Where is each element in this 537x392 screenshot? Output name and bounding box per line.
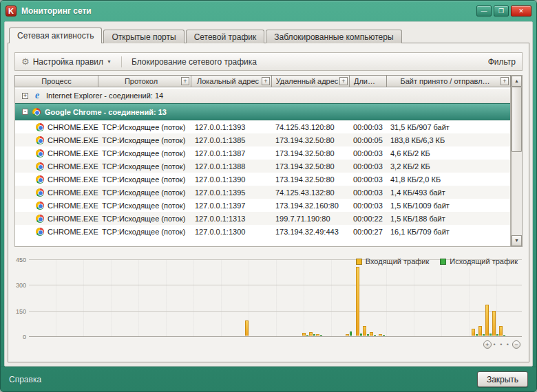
table-row[interactable]: CHROME.EXE TCP:Исходящее (поток) 127.0.0…	[15, 133, 510, 146]
scroll-up-button[interactable]: ▲	[512, 76, 522, 87]
tab-network-traffic[interactable]: Сетевой трафик	[186, 30, 265, 43]
process-name: CHROME.EXE	[48, 136, 98, 144]
cell-process: CHROME.EXE	[15, 202, 99, 210]
cell-protocol: TCP:Исходящее (поток)	[99, 228, 192, 236]
table-row[interactable]: CHROME.EXE TCP:Исходящее (поток) 127.0.0…	[15, 120, 510, 133]
cell-bytes: 31,5 КБ/907 байт	[388, 123, 510, 131]
process-name: CHROME.EXE	[48, 202, 98, 210]
tab-network-activity[interactable]: Сетевая активность	[9, 28, 102, 43]
incoming-traffic-swatch	[356, 259, 362, 265]
help-link[interactable]: Справка	[9, 375, 41, 384]
process-name: CHROME.EXE	[48, 215, 98, 223]
outgoing-traffic-bar	[313, 334, 315, 336]
group-row-internet-explorer[interactable]: + Internet Explorer - соединений: 14	[15, 89, 510, 103]
column-header-protocol[interactable]: Протокол +	[98, 75, 191, 87]
column-expand-icon[interactable]: +	[262, 77, 270, 85]
process-name: CHROME.EXE	[48, 228, 98, 236]
incoming-traffic-bar	[499, 326, 503, 336]
cell-bytes: 16,1 КБ/709 байт	[388, 228, 510, 236]
cell-duration: 00:00:03	[350, 123, 388, 131]
zoom-level-dots[interactable]: • • •	[494, 341, 510, 348]
rules-settings-button[interactable]: ⚙ Настройка правил ▼	[21, 57, 112, 67]
process-name: CHROME.EXE	[48, 188, 98, 197]
filter-button[interactable]: Фильтр	[488, 57, 516, 67]
cell-process: CHROME.EXE	[15, 228, 99, 236]
cell-local-address: 127.0.0.1:1300	[192, 228, 273, 236]
cell-bytes: 4,6 КБ/2 КБ	[388, 149, 510, 157]
cell-process: CHROME.EXE	[15, 215, 99, 223]
incoming-traffic-bar	[302, 333, 306, 336]
cell-duration: 00:00:03	[350, 149, 388, 157]
table-scrollbar[interactable]: ▲ ▼	[511, 75, 523, 247]
scroll-down-button[interactable]: ▼	[512, 235, 522, 246]
cell-local-address: 127.0.0.1:1387	[192, 149, 273, 157]
column-header-bytes[interactable]: Байт принято / отправл… +	[387, 75, 511, 87]
table-row[interactable]: CHROME.EXE TCP:Исходящее (поток) 127.0.0…	[15, 160, 510, 173]
table-row[interactable]: CHROME.EXE TCP:Исходящее (поток) 127.0.0…	[15, 186, 510, 199]
table-row[interactable]: CHROME.EXE TCP:Исходящее (поток) 127.0.0…	[15, 212, 510, 225]
cell-remote-address: 173.194.32.50:80	[273, 149, 350, 157]
outgoing-traffic-bar	[489, 334, 492, 336]
scrollbar-thumb[interactable]	[512, 87, 522, 152]
column-expand-icon[interactable]: +	[501, 77, 509, 85]
expand-plus-icon[interactable]: +	[22, 93, 28, 99]
cell-duration: 00:00:03	[350, 162, 388, 171]
legend-incoming: Входящий трафик	[356, 257, 430, 265]
cell-bytes: 1,5 КБ/188 байт	[388, 215, 510, 223]
column-header-process[interactable]: Процесс	[14, 75, 98, 87]
chrome-icon	[36, 162, 44, 171]
chart-zoom-controls: + • • • −	[483, 340, 520, 349]
chrome-icon	[36, 228, 44, 236]
table-row[interactable]: CHROME.EXE TCP:Исходящее (поток) 127.0.0…	[15, 225, 510, 238]
cell-process: CHROME.EXE	[15, 188, 99, 197]
group-label: Internet Explorer - соединений: 14	[46, 91, 163, 100]
outgoing-traffic-bar	[350, 331, 352, 336]
cell-remote-address: 199.7.71.190:80	[273, 215, 350, 223]
zoom-out-button[interactable]: −	[512, 340, 520, 349]
column-header-duration[interactable]: Дли…	[350, 75, 387, 87]
outgoing-traffic-bar	[383, 335, 385, 336]
window-body: Сетевая активность Открытые порты Сетево…	[4, 21, 533, 367]
chrome-icon	[32, 108, 41, 116]
y-axis-tick: 450	[10, 257, 26, 263]
chrome-icon	[36, 188, 44, 197]
maximize-button[interactable]: ❐	[494, 6, 509, 17]
cell-duration: 00:00:27	[350, 228, 388, 236]
tab-open-ports[interactable]: Открытые порты	[103, 30, 184, 43]
scrollbar-track[interactable]	[512, 87, 522, 235]
column-expand-icon[interactable]: +	[181, 77, 189, 85]
cell-duration: 00:00:03	[350, 188, 388, 197]
column-expand-icon[interactable]: +	[339, 77, 348, 85]
zoom-in-button[interactable]: +	[483, 340, 492, 349]
cell-remote-address: 173.194.32.50:80	[273, 136, 350, 144]
table-row[interactable]: CHROME.EXE TCP:Исходящее (поток) 127.0.0…	[15, 146, 510, 160]
cell-remote-address: 74.125.43.132:80	[273, 188, 350, 197]
table-row[interactable]: CHROME.EXE TCP:Исходящее (поток) 127.0.0…	[15, 173, 510, 186]
minimize-button[interactable]: —	[476, 6, 492, 17]
block-traffic-button[interactable]: Блокирование сетевого трафика	[131, 57, 257, 67]
rules-settings-label: Настройка правил	[33, 57, 103, 67]
network-monitor-window: K Мониторинг сети — ❐ ✕ Сетевая активнос…	[0, 0, 537, 392]
column-header-remote-address[interactable]: Удаленный адрес +	[272, 75, 350, 87]
collapse-minus-icon[interactable]: -	[22, 109, 28, 115]
connections-table: + Internet Explorer - соединений: 14 - G…	[14, 87, 511, 247]
cell-bytes: 3,2 КБ/2 КБ	[388, 162, 510, 171]
close-window-button[interactable]: ✕	[511, 6, 531, 17]
gear-icon: ⚙	[21, 57, 30, 66]
column-header-local-address[interactable]: Локальный адрес +	[191, 75, 272, 87]
toolbar-divider	[121, 56, 122, 67]
block-traffic-label: Блокирование сетевого трафика	[131, 57, 257, 67]
y-axis-tick: 150	[10, 308, 26, 315]
content-panel: ⚙ Настройка правил ▼ Блокирование сетево…	[8, 43, 529, 362]
cell-remote-address: 173.194.32.160:80	[273, 202, 350, 210]
incoming-traffic-bar	[245, 320, 249, 336]
connection-rows: CHROME.EXE TCP:Исходящее (поток) 127.0.0…	[15, 120, 510, 238]
table-row[interactable]: CHROME.EXE TCP:Исходящее (поток) 127.0.0…	[15, 199, 510, 212]
incoming-traffic-bar	[379, 334, 382, 336]
close-button[interactable]: Закрыть	[477, 371, 528, 387]
cell-local-address: 127.0.0.1:1390	[192, 175, 273, 184]
legend-outgoing: Исходящий трафик	[440, 257, 518, 265]
group-row-google-chrome[interactable]: - Google Chrome - соединений: 13	[15, 103, 510, 120]
tab-blocked-computers[interactable]: Заблокированные компьютеры	[266, 30, 401, 43]
cell-local-address: 127.0.0.1:1313	[192, 215, 273, 223]
